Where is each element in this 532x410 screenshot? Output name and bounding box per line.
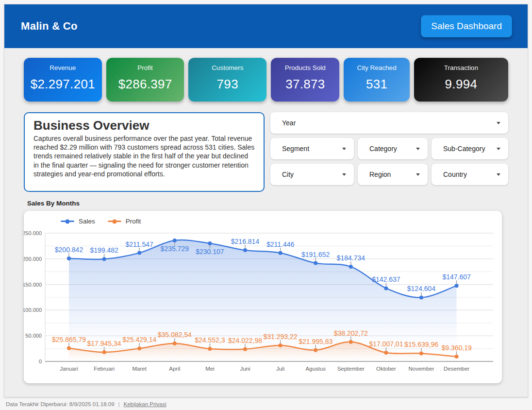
legend-label-profit: Profit	[126, 218, 141, 225]
business-overview-title: Business Overview	[33, 118, 255, 133]
app-header: Malin & Co Sales Dashboard	[4, 4, 528, 48]
city-filter-label: City	[282, 171, 294, 178]
svg-text:$25.865,79: $25.865,79	[52, 336, 86, 343]
kpi-card-customers: Customers 793	[188, 58, 266, 102]
kpi-value: 9.994	[414, 77, 508, 92]
segment-filter-label: Segment	[282, 145, 309, 153]
chevron-down-icon	[497, 173, 500, 176]
svg-text:0: 0	[39, 359, 42, 364]
category-filter[interactable]: Category	[358, 138, 428, 159]
kpi-label: Customers	[188, 64, 266, 71]
kpi-label: City Reached	[344, 64, 409, 71]
category-filter-label: Category	[369, 145, 397, 153]
svg-text:$24.022,98: $24.022,98	[228, 337, 262, 344]
svg-text:$24.552,3: $24.552,3	[195, 336, 225, 344]
svg-text:$199.482: $199.482	[90, 246, 118, 254]
dashboard-page: Malin & Co Sales Dashboard Revenue $2.29…	[4, 4, 528, 397]
sales-by-months-chart-card: Sales Profit 050.000100.000150.000200.00…	[24, 211, 502, 383]
svg-text:50.000: 50.000	[25, 333, 42, 339]
legend-item-profit[interactable]: Profit	[108, 218, 141, 225]
svg-text:$31.293,22: $31.293,22	[264, 333, 298, 341]
privacy-policy-link[interactable]: Kebijakan Privasi	[124, 401, 166, 407]
svg-text:$142.637: $142.637	[372, 275, 400, 283]
svg-text:September: September	[337, 366, 365, 372]
svg-text:$25.429,14: $25.429,14	[122, 336, 156, 343]
kpi-label: Profit	[106, 64, 184, 71]
svg-text:$9.360,19: $9.360,19	[441, 344, 471, 352]
svg-text:200.000: 200.000	[24, 256, 42, 262]
chevron-down-icon	[342, 173, 346, 176]
region-filter[interactable]: Region	[358, 164, 428, 185]
svg-text:Januari: Januari	[60, 366, 78, 372]
kpi-value: 531	[344, 77, 409, 92]
sales-dashboard-button[interactable]: Sales Dashboard	[421, 15, 512, 37]
kpi-label: Transaction	[414, 64, 508, 71]
svg-text:$191.652: $191.652	[301, 251, 330, 258]
svg-text:Oktober: Oktober	[376, 366, 396, 372]
kpi-value: 37.873	[271, 77, 339, 92]
svg-text:$21.995,83: $21.995,83	[299, 338, 332, 345]
svg-text:$230.107: $230.107	[196, 248, 224, 256]
svg-text:$35.082,54: $35.082,54	[158, 331, 192, 339]
kpi-card-transaction: Transaction 9.994	[414, 58, 508, 102]
svg-text:$211.446: $211.446	[266, 240, 295, 248]
chart-section-title: Sales By Months	[27, 200, 528, 207]
chevron-down-icon	[497, 148, 500, 150]
kpi-card-products-sold: Products Sold 37.873	[271, 58, 339, 102]
svg-text:Mei: Mei	[205, 366, 215, 372]
legend-label-sales: Sales	[79, 218, 95, 225]
svg-text:$17.007,01: $17.007,01	[369, 340, 403, 348]
year-filter-label: Year	[282, 119, 296, 127]
kpi-row: Revenue $2.297.201 Profit $286.397 Custo…	[24, 58, 508, 102]
svg-text:Desember: Desember	[444, 366, 469, 372]
kpi-value: $286.397	[106, 77, 184, 92]
svg-text:$200.842: $200.842	[55, 246, 83, 254]
sales-series-marker-icon	[61, 221, 74, 222]
svg-text:$15.639,96: $15.639,96	[404, 341, 438, 348]
city-filter[interactable]: City	[270, 164, 354, 185]
footer-separator: |	[118, 401, 120, 407]
profit-series-marker-icon	[108, 221, 121, 222]
chevron-down-icon	[416, 173, 420, 176]
legend-item-sales[interactable]: Sales	[61, 218, 95, 225]
kpi-label: Revenue	[24, 64, 102, 71]
sub-category-filter[interactable]: Sub-Category	[432, 138, 508, 159]
segment-filter[interactable]: Segment	[270, 138, 354, 159]
svg-text:250.000: 250.000	[24, 230, 42, 236]
svg-text:Februari: Februari	[94, 366, 115, 372]
region-filter-label: Region	[369, 171, 391, 178]
sub-category-filter-label: Sub-Category	[443, 145, 485, 153]
kpi-card-profit: Profit $286.397	[106, 58, 184, 102]
svg-text:November: November	[408, 366, 434, 372]
svg-text:Agustus: Agustus	[305, 366, 326, 372]
overview-and-filters-row: Business Overview Captures overall busin…	[24, 112, 508, 192]
svg-text:$184.734: $184.734	[337, 254, 366, 262]
country-filter[interactable]: Country	[432, 164, 508, 185]
svg-text:100.000: 100.000	[24, 307, 42, 313]
chart-legend: Sales Profit	[61, 218, 141, 225]
country-filter-label: Country	[443, 171, 467, 178]
page-footer: Data Terakhir Diperbarui: 8/9/2025 01.18…	[0, 397, 532, 407]
kpi-card-revenue: Revenue $2.297.201	[24, 58, 102, 102]
business-overview-card: Business Overview Captures overall busin…	[24, 112, 265, 192]
svg-text:$235.729: $235.729	[161, 245, 189, 253]
svg-text:Juli: Juli	[276, 366, 284, 372]
svg-text:April: April	[169, 366, 180, 372]
kpi-value: $2.297.201	[24, 77, 102, 92]
svg-text:Juni: Juni	[240, 366, 250, 372]
chevron-down-icon	[497, 122, 500, 124]
svg-text:Maret: Maret	[132, 366, 147, 372]
svg-text:$17.945,34: $17.945,34	[87, 340, 121, 347]
kpi-value: 793	[188, 77, 266, 92]
filter-row-2: City Region Country	[270, 164, 508, 185]
filters-panel: Year Segment Category Sub-Category	[270, 112, 508, 192]
svg-text:$211.547: $211.547	[126, 240, 154, 248]
year-filter[interactable]: Year	[270, 112, 508, 134]
kpi-label: Products Sold	[271, 64, 339, 71]
svg-text:$216.814: $216.814	[231, 238, 260, 245]
business-overview-text: Captures overall business performance ov…	[33, 134, 255, 178]
svg-text:150.000: 150.000	[24, 282, 42, 288]
last-updated-text: Data Terakhir Diperbarui: 8/9/2025 01.18…	[6, 401, 115, 407]
chevron-down-icon	[416, 148, 420, 150]
sales-by-months-chart: 050.000100.000150.000200.000250.000Janua…	[24, 211, 502, 383]
